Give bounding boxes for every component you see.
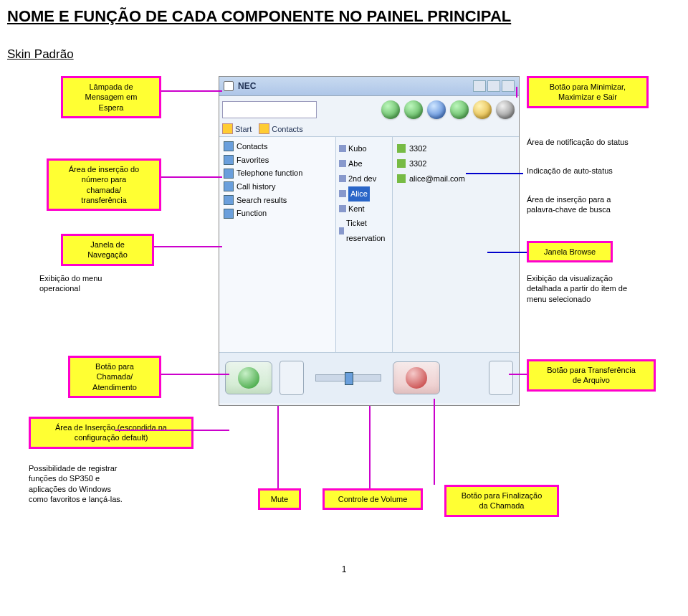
page-title: NOME E FUNÇÃO DE CADA COMPONENTE NO PAIN…: [7, 7, 681, 26]
list-item[interactable]: Kubo: [348, 141, 367, 156]
message-lamp-icon: [224, 81, 234, 91]
page-number: 1: [7, 564, 681, 574]
nav-item[interactable]: Search results: [236, 194, 287, 207]
mail-icon: [397, 174, 406, 183]
nav-icon: [224, 169, 234, 179]
list-item[interactable]: 2nd dev: [348, 171, 376, 186]
status-orb-icon[interactable]: [450, 100, 469, 119]
callout-hidden-input: Área de Inserção (escondida naconfiguraç…: [29, 417, 194, 449]
callout-nav-window: Janela deNavegação: [61, 234, 154, 266]
status-orbs: [320, 100, 516, 119]
dial-input[interactable]: [222, 101, 317, 118]
folder-icon: [259, 123, 269, 134]
file-transfer-button[interactable]: [489, 361, 513, 395]
contact-icon: [339, 160, 346, 167]
nav-panel: Contacts Favorites Telephone function Ca…: [219, 137, 336, 352]
nav-item[interactable]: Contacts: [236, 140, 267, 153]
mute-button[interactable]: [280, 361, 304, 395]
minimize-icon[interactable]: [473, 80, 486, 92]
call-button[interactable]: [225, 361, 272, 394]
nav-item[interactable]: Telephone function: [236, 166, 302, 180]
detail-row: 3302: [409, 156, 426, 171]
callout-status-area: Área de notificação do status: [527, 137, 670, 147]
diagram-canvas: NEC Start Contacts Contacts: [7, 72, 681, 574]
list-item[interactable]: Alice: [348, 186, 370, 202]
callout-browse-window: Janela Browse: [527, 241, 613, 262]
skin-subtitle: Skin Padrão: [7, 47, 681, 62]
phone-icon: [397, 144, 406, 153]
window-buttons[interactable]: [473, 80, 515, 92]
status-orb-icon[interactable]: [404, 100, 423, 119]
detail-row: alice@mail.com: [409, 171, 465, 186]
contact-icon: [339, 190, 346, 197]
nav-item[interactable]: Favorites: [236, 153, 269, 167]
callout-op-menu: Exibição do menuoperacional: [39, 273, 140, 294]
star-icon: [222, 123, 233, 134]
status-orb-icon[interactable]: [473, 100, 492, 119]
hangup-button[interactable]: [393, 361, 440, 394]
callout-favorites: Possibilidade de registrarfunções do SP3…: [29, 463, 172, 504]
brand-text: NEC: [238, 81, 256, 91]
contact-icon: [339, 175, 346, 182]
status-orb-icon[interactable]: [496, 100, 515, 119]
callout-call-btn: Botão paraChamada/Atendimento: [68, 356, 161, 398]
callout-mute: Mute: [258, 488, 301, 510]
nav-icon: [224, 155, 234, 165]
nav-icon: [224, 209, 234, 219]
close-icon[interactable]: [502, 80, 515, 92]
list-item[interactable]: Ticket reservation: [346, 216, 389, 246]
list-item[interactable]: Kent: [348, 202, 365, 217]
callout-lamp: Lâmpada deMensagem emEspera: [61, 76, 161, 118]
main-tabs[interactable]: Start Contacts: [219, 123, 519, 134]
contact-icon: [339, 227, 344, 234]
browse-panel: Kubo Abe 2nd dev Alice Kent Ticket reser…: [336, 137, 393, 352]
tab-start[interactable]: Start: [235, 125, 252, 133]
maximize-icon[interactable]: [487, 80, 500, 92]
callout-minmax: Botão para Minimizar,Maximizar e Sair: [527, 76, 649, 108]
im-icon: [397, 159, 406, 168]
volume-slider[interactable]: [315, 374, 381, 382]
nav-item[interactable]: Function: [236, 207, 267, 220]
contact-icon: [339, 145, 346, 152]
titlebar: NEC: [219, 77, 519, 96]
detail-panel: 3302 3302 alice@mail.com: [393, 137, 519, 352]
callout-vol: Controle de Volume: [322, 488, 423, 510]
callout-file-btn: Botão para Transferênciade Arquivo: [527, 359, 656, 392]
nav-icon: [224, 195, 234, 205]
detail-row: 3302: [409, 141, 426, 156]
app-screenshot: NEC Start Contacts Contacts: [219, 76, 520, 406]
callout-auto-status: Indicação de auto-status: [527, 166, 649, 176]
callout-detail-view: Exibição da visualizaçãodetalhada a part…: [527, 273, 670, 304]
list-item[interactable]: Abe: [348, 156, 363, 171]
contact-icon: [339, 205, 346, 212]
callout-end-call: Botão para Finalizaçãoda Chamada: [444, 485, 559, 517]
nav-icon: [224, 141, 234, 151]
callout-kw-area: Área de inserção para apalavra-chave de …: [527, 194, 659, 215]
nav-icon: [224, 181, 234, 191]
callout-transfer-input: Área de inserção donúmero parachamada/tr…: [47, 158, 161, 211]
tab-contacts[interactable]: Contacts: [272, 125, 302, 133]
status-orb-icon[interactable]: [427, 100, 446, 119]
nav-item[interactable]: Call history: [236, 180, 275, 194]
control-bar: [219, 352, 519, 403]
status-orb-icon[interactable]: [381, 100, 400, 119]
